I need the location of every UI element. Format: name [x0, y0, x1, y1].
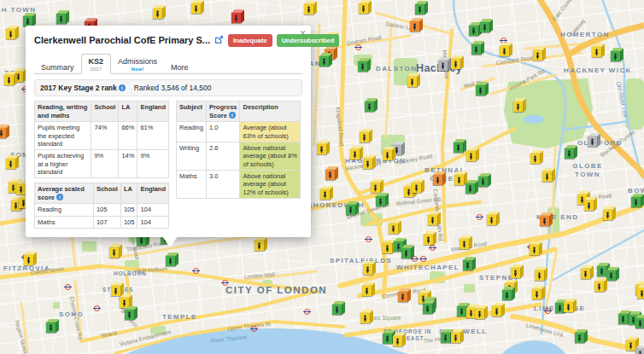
school-marker[interactable]: [231, 9, 244, 24]
table-row: Maths107105104: [35, 216, 169, 228]
school-marker[interactable]: [191, 0, 204, 15]
school-marker[interactable]: [581, 265, 594, 280]
school-marker[interactable]: [423, 300, 436, 315]
school-marker[interactable]: [360, 129, 372, 143]
school-marker[interactable]: [320, 186, 333, 200]
tab-more[interactable]: More: [164, 61, 196, 74]
school-marker[interactable]: [319, 53, 332, 67]
school-marker[interactable]: [463, 257, 476, 271]
school-marker[interactable]: [433, 171, 446, 186]
school-marker[interactable]: [451, 55, 464, 70]
school-marker[interactable]: [454, 139, 466, 154]
school-marker[interactable]: [153, 5, 166, 20]
school-marker[interactable]: [304, 1, 317, 15]
tab-summary[interactable]: Summary: [34, 61, 81, 74]
school-marker[interactable]: [428, 212, 441, 226]
school-marker[interactable]: [606, 267, 619, 281]
school-marker[interactable]: [487, 212, 500, 226]
school-marker[interactable]: [475, 305, 488, 320]
school-marker[interactable]: [465, 180, 478, 194]
school-marker[interactable]: [360, 310, 373, 324]
school-marker[interactable]: [412, 179, 424, 194]
tab-admissions[interactable]: AdmissionsNew!: [111, 55, 164, 73]
school-marker[interactable]: [588, 133, 600, 148]
school-marker[interactable]: [502, 287, 515, 301]
school-marker[interactable]: [635, 345, 644, 354]
school-marker[interactable]: [631, 194, 644, 208]
school-marker[interactable]: [363, 155, 376, 170]
school-marker[interactable]: [611, 48, 624, 62]
school-marker[interactable]: [376, 193, 389, 207]
school-marker[interactable]: [410, 18, 423, 32]
info-icon[interactable]: i: [119, 84, 126, 91]
school-marker[interactable]: [389, 220, 401, 235]
school-marker[interactable]: [564, 299, 577, 313]
school-marker[interactable]: [6, 155, 19, 170]
school-marker[interactable]: [125, 306, 138, 321]
school-marker[interactable]: [565, 145, 577, 160]
school-marker[interactable]: [530, 241, 542, 256]
school-marker[interactable]: [350, 146, 363, 160]
school-marker[interactable]: [635, 315, 644, 329]
school-marker[interactable]: [0, 125, 9, 139]
school-marker[interactable]: [393, 333, 406, 347]
school-marker[interactable]: [466, 148, 479, 162]
school-marker[interactable]: [401, 245, 414, 259]
table-cell: 104: [138, 204, 169, 216]
school-marker[interactable]: [383, 147, 395, 161]
school-marker[interactable]: [415, 1, 428, 15]
school-marker[interactable]: [365, 98, 378, 113]
school-marker[interactable]: [575, 329, 588, 344]
school-marker[interactable]: [500, 43, 512, 57]
school-marker[interactable]: [371, 179, 383, 194]
school-marker[interactable]: [540, 212, 553, 227]
school-marker[interactable]: [532, 286, 545, 300]
school-marker[interactable]: [109, 244, 122, 258]
tab-ks2[interactable]: KS22017: [81, 54, 112, 74]
school-marker[interactable]: [346, 201, 359, 216]
info-icon[interactable]: i: [229, 112, 236, 119]
school-marker[interactable]: [511, 264, 524, 279]
school-marker[interactable]: [542, 168, 555, 183]
school-marker[interactable]: [530, 150, 543, 165]
info-icon[interactable]: i: [56, 194, 63, 200]
school-marker[interactable]: [407, 73, 420, 88]
school-marker[interactable]: [398, 288, 411, 303]
school-marker[interactable]: [56, 10, 69, 25]
school-marker[interactable]: [24, 252, 37, 266]
school-marker[interactable]: [451, 329, 464, 344]
school-marker[interactable]: [362, 282, 375, 297]
school-marker[interactable]: [492, 303, 505, 317]
school-marker[interactable]: [533, 47, 546, 61]
close-icon[interactable]: ×: [298, 26, 307, 40]
school-marker[interactable]: [166, 252, 179, 267]
school-marker[interactable]: [584, 197, 597, 212]
school-marker[interactable]: [460, 235, 472, 250]
school-marker[interactable]: [46, 319, 59, 334]
school-marker[interactable]: [594, 278, 607, 293]
school-marker[interactable]: [255, 237, 267, 252]
school-marker[interactable]: [358, 58, 371, 73]
school-marker[interactable]: [359, 0, 372, 15]
school-marker[interactable]: [592, 44, 605, 58]
map-canvas[interactable]: HOMERTONHACKNEY WICKHackneyDALSTONOLD FO…: [0, 0, 644, 354]
tube-station-icon: [94, 305, 100, 311]
school-marker[interactable]: [438, 57, 451, 72]
school-marker[interactable]: [424, 231, 436, 246]
school-marker[interactable]: [6, 26, 19, 40]
district-label: GLOBE TOWN: [571, 162, 605, 178]
school-marker[interactable]: [637, 285, 644, 299]
school-marker[interactable]: [363, 261, 376, 276]
school-marker[interactable]: [4, 72, 17, 86]
school-marker[interactable]: [476, 82, 489, 96]
external-link-icon[interactable]: [214, 32, 224, 48]
school-marker[interactable]: [471, 41, 484, 55]
school-marker[interactable]: [513, 98, 526, 113]
school-marker[interactable]: [603, 206, 616, 221]
school-marker[interactable]: [480, 19, 493, 33]
school-marker[interactable]: [332, 301, 345, 316]
school-marker[interactable]: [535, 267, 547, 281]
school-marker[interactable]: [317, 141, 330, 155]
school-marker[interactable]: [325, 166, 338, 181]
school-marker[interactable]: [478, 173, 491, 188]
